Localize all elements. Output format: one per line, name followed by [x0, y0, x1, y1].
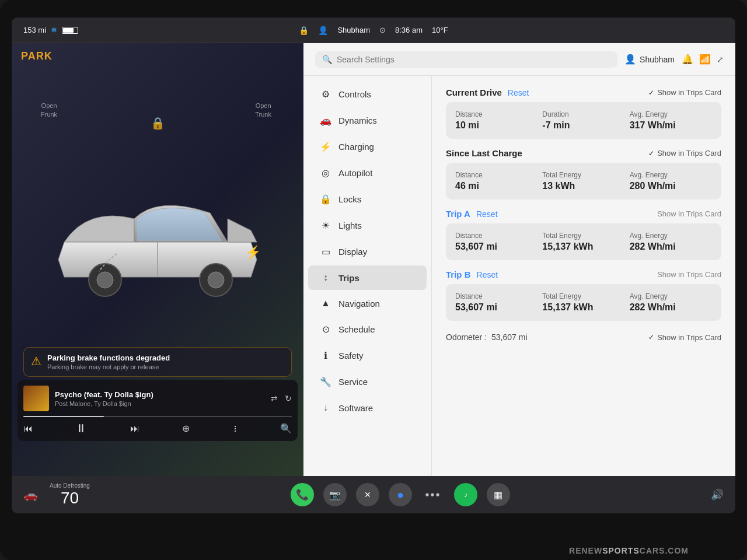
- sidebar-item-autopilot[interactable]: ◎ Autopilot: [308, 160, 427, 186]
- autopilot-label: Autopilot: [338, 168, 372, 178]
- current-distance-value: 10 mi: [455, 120, 537, 131]
- locks-icon: 🔒: [320, 194, 331, 205]
- sidebar-item-schedule[interactable]: ⊙ Schedule: [308, 317, 427, 342]
- service-label: Service: [338, 377, 368, 387]
- trip-a-title: Trip A: [446, 209, 470, 219]
- trip-a-reset[interactable]: Reset: [476, 209, 498, 219]
- trip-a-energy-label: Total Energy: [542, 232, 624, 240]
- check-icon-current: ✓: [648, 89, 654, 97]
- trip-a-distance-value: 53,607 mi: [455, 242, 537, 252]
- music-info-row: Psycho (feat. Ty Dolla $ign) Post Malone…: [23, 386, 292, 411]
- trip-b-show-trips[interactable]: Show in Trips Card: [657, 270, 721, 279]
- taskbar-center: 📞 📷 ✕ ● ••• ♪ ▦: [291, 483, 510, 506]
- notification-icon[interactable]: 🔔: [682, 54, 693, 65]
- volume-icon-tb[interactable]: 🔊: [711, 488, 724, 501]
- current-duration-label: Duration: [542, 110, 624, 118]
- sidebar-item-service[interactable]: 🔧 Service: [308, 369, 427, 394]
- add-to-queue-icon[interactable]: ⊕: [182, 423, 190, 434]
- trip-b-field-2: Avg. Energy 282 Wh/mi: [630, 292, 712, 313]
- music-progress-bar: [23, 416, 292, 417]
- current-drive-show-trips[interactable]: ✓ Show in Trips Card: [648, 88, 721, 97]
- sidebar-item-software[interactable]: ↓ Software: [308, 396, 427, 420]
- more-icon-tb[interactable]: •••: [421, 483, 445, 506]
- battery-indicator: [62, 27, 78, 34]
- music-text: Psycho (feat. Ty Dolla $ign) Post Malone…: [55, 390, 265, 407]
- svg-point-3: [208, 272, 224, 288]
- search-music-icon[interactable]: 🔍: [280, 423, 292, 434]
- charge-distance-label: Distance: [455, 171, 537, 179]
- since-charge-show-trips[interactable]: ✓ Show in Trips Card: [648, 149, 721, 158]
- sidebar-item-safety[interactable]: ℹ Safety: [308, 343, 427, 368]
- schedule-label: Schedule: [338, 324, 375, 334]
- current-energy-label: Avg. Energy: [630, 110, 712, 118]
- trip-b-card: Distance 53,607 mi Total Energy 15,137 k…: [446, 284, 721, 321]
- sidebar-item-navigation[interactable]: ▲ Navigation: [308, 291, 427, 316]
- spotify-icon-tb[interactable]: ♪: [454, 483, 477, 506]
- music-controls: ⏮ ⏸ ⏭ ⊕ ⫶ 🔍: [23, 422, 292, 435]
- play-pause-icon[interactable]: ⏸: [75, 422, 87, 435]
- repeat-icon[interactable]: ↻: [285, 394, 292, 403]
- sidebar-item-controls[interactable]: ⚙ Controls: [308, 82, 427, 107]
- open-trunk-right[interactable]: OpenTrunk: [255, 102, 271, 120]
- car-tb-icon[interactable]: 🚗: [23, 488, 38, 502]
- sidebar-item-dynamics[interactable]: 🚗 Dynamics: [308, 108, 427, 133]
- temp-section: Auto Defrosting 70: [50, 482, 90, 508]
- temp-value: 70: [61, 489, 79, 508]
- current-drive-field-2: Avg. Energy 317 Wh/mi: [630, 110, 712, 131]
- main-content: PARK OpenFrunk OpenTrunk 🔒: [12, 43, 735, 476]
- search-bar[interactable]: 🔍: [315, 51, 617, 68]
- charge-avg-energy-label: Avg. Energy: [630, 171, 712, 179]
- display-icon: ▭: [320, 246, 331, 257]
- warning-triangle-icon: ⚠: [31, 354, 41, 368]
- trip-b-distance-label: Distance: [455, 292, 537, 300]
- right-panel: 🔍 👤 Shubham 🔔 📶 ⤢: [303, 43, 735, 476]
- trip-a-card: Distance 53,607 mi Total Energy 15,137 k…: [446, 223, 721, 260]
- charge-field-2: Avg. Energy 280 Wh/mi: [630, 171, 712, 191]
- warning-content: Parking brake functions degraded Parking…: [47, 354, 170, 370]
- camera-icon-tb[interactable]: 📷: [323, 483, 347, 506]
- current-duration-value: -7 min: [542, 120, 624, 131]
- trip-a-show-trips[interactable]: Show in Trips Card: [657, 209, 721, 218]
- phone-icon-tb[interactable]: 📞: [291, 483, 314, 506]
- time-display: 8:36 am: [395, 26, 423, 34]
- odometer-show-trips[interactable]: ✓ Show in Trips Card: [648, 333, 721, 342]
- controls-label: Controls: [338, 89, 371, 99]
- shuffle-icon[interactable]: ⇄: [271, 394, 278, 403]
- equalizer-icon[interactable]: ⫶: [233, 424, 238, 434]
- trip-a-distance-label: Distance: [455, 232, 537, 240]
- check-icon-charge: ✓: [648, 149, 654, 158]
- username-status: Shubham: [337, 26, 370, 34]
- search-input[interactable]: [337, 55, 610, 64]
- skip-back-icon[interactable]: ⏮: [23, 424, 33, 434]
- sidebar-item-charging[interactable]: ⚡ Charging: [308, 134, 427, 159]
- music-extra-controls[interactable]: ⇄ ↻: [271, 394, 292, 403]
- charge-field-0: Distance 46 mi: [455, 171, 537, 191]
- skip-forward-icon[interactable]: ⏭: [130, 424, 139, 434]
- sidebar-item-display[interactable]: ▭ Display: [308, 239, 427, 264]
- charge-avg-energy-value: 280 Wh/mi: [630, 181, 712, 191]
- expand-icon[interactable]: ⤢: [717, 55, 724, 64]
- grid-icon-tb[interactable]: ▦: [487, 483, 510, 506]
- record-icon-tb[interactable]: ●: [389, 483, 412, 506]
- user-icon-status: 👤: [318, 26, 328, 35]
- software-label: Software: [338, 403, 373, 413]
- show-trips-label-a: Show in Trips Card: [657, 209, 721, 218]
- trip-b-reset[interactable]: Reset: [477, 270, 498, 279]
- settings-body: ⚙ Controls 🚗 Dynamics ⚡ Charging ◎: [303, 76, 735, 476]
- sidebar-item-lights[interactable]: ☀ Lights: [308, 213, 427, 238]
- locks-label: Locks: [338, 194, 361, 204]
- close-icon-tb[interactable]: ✕: [356, 483, 379, 506]
- odometer-label: Odometer :: [446, 332, 487, 342]
- charge-total-energy-value: 13 kWh: [542, 181, 624, 191]
- snowflake-icon: ❄: [51, 26, 57, 34]
- current-drive-reset[interactable]: Reset: [508, 88, 529, 97]
- trip-b-distance-value: 53,607 mi: [455, 302, 537, 313]
- sidebar-item-locks[interactable]: 🔒 Locks: [308, 187, 427, 212]
- open-frunk-left[interactable]: OpenFrunk: [41, 102, 57, 120]
- sidebar-item-trips[interactable]: ↕ Trips: [308, 265, 427, 290]
- display-label: Display: [338, 247, 367, 257]
- trips-label: Trips: [338, 273, 359, 283]
- bluetooth-icon[interactable]: 📶: [699, 54, 711, 65]
- navigation-label: Navigation: [338, 299, 380, 309]
- watermark-cars: CARS.COM: [640, 546, 689, 555]
